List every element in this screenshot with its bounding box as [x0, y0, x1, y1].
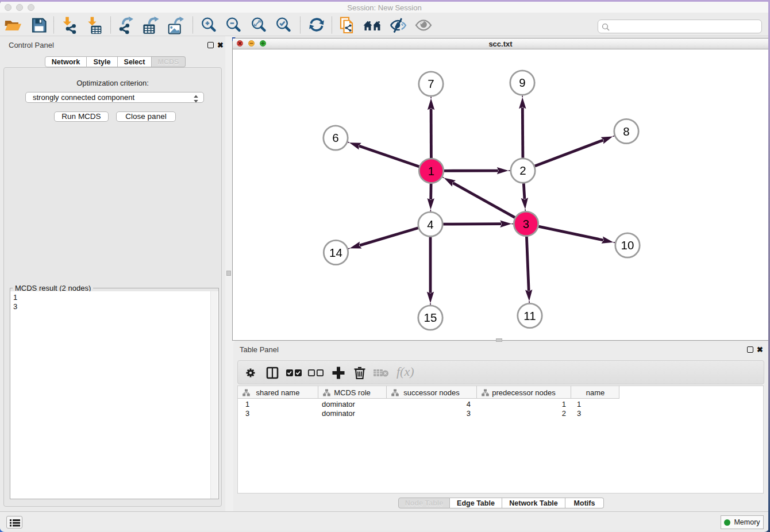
svg-text:11: 11	[523, 309, 536, 322]
svg-text:1: 1	[428, 164, 434, 178]
svg-text:9: 9	[519, 76, 525, 89]
svg-text:14: 14	[329, 246, 342, 259]
svg-text:2: 2	[519, 164, 526, 177]
svg-text:8: 8	[623, 125, 629, 138]
svg-text:7: 7	[428, 77, 434, 90]
svg-text:15: 15	[424, 311, 437, 324]
svg-text:6: 6	[332, 131, 338, 144]
svg-text:3: 3	[523, 217, 529, 230]
svg-text:4: 4	[427, 218, 433, 231]
svg-text:10: 10	[621, 238, 634, 252]
